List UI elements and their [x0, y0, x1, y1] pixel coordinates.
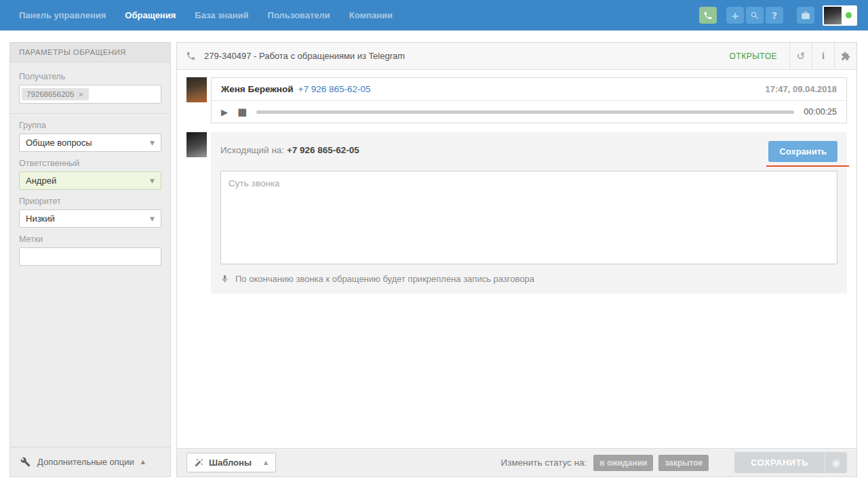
- chevron-down-icon: ▼: [150, 216, 155, 222]
- info-button[interactable]: i: [812, 43, 834, 69]
- nav-item-dashboard[interactable]: Панель управления: [11, 0, 114, 30]
- microphone-icon: [220, 274, 229, 284]
- recipient-tag-value: 79268656205: [26, 90, 74, 98]
- ticket-title: 279-340497 - Работа с обращениями из Tel…: [204, 51, 405, 61]
- agent-avatar: [186, 132, 207, 157]
- recipient-tag: 79268656205 ✕: [22, 88, 89, 100]
- topnav-actions: + ?: [699, 5, 857, 26]
- search-button[interactable]: [746, 7, 764, 24]
- play-button[interactable]: ▶: [221, 107, 228, 117]
- user-profile-chip[interactable]: [823, 5, 857, 26]
- recording-note-text: По окончанию звонка к обращению будет пр…: [235, 274, 534, 284]
- status-closed-button[interactable]: закрытое: [658, 455, 709, 471]
- status-actions: Изменить статус на: в ожидании закрытое …: [501, 452, 847, 473]
- save-ticket-button[interactable]: СОХРАНИТЬ: [734, 452, 825, 473]
- assignee-select[interactable]: Андрей ▼: [19, 171, 161, 190]
- nav-item-knowledge-base[interactable]: База знаний: [186, 0, 256, 30]
- tags-label: Метки: [19, 235, 161, 244]
- top-navigation: Панель управления Обращения База знаний …: [0, 0, 868, 30]
- group-select-value: Общие вопросы: [26, 138, 150, 148]
- group-select[interactable]: Общие вопросы ▼: [19, 134, 161, 152]
- call-note-textarea[interactable]: [220, 171, 837, 264]
- save-button-group: СОХРАНИТЬ ◉: [734, 452, 847, 473]
- customer-avatar: [186, 77, 207, 102]
- call-card: Женя Бережной +7 926 865-62-05 17:47, 09…: [211, 77, 847, 123]
- user-avatar: [824, 7, 842, 24]
- outgoing-call-box: Исходящий на: +7 926 865-62-05 Сохранить…: [211, 132, 847, 293]
- main-menu: Панель управления Обращения База знаний …: [11, 0, 401, 30]
- priority-label: Приоритет: [19, 197, 161, 206]
- history-icon: ↺: [797, 50, 806, 62]
- recording-note: По окончанию звонка к обращению будет пр…: [220, 274, 837, 284]
- plus-icon: +: [731, 10, 739, 21]
- priority-select-value: Низкий: [26, 214, 150, 224]
- outgoing-direction-line: Исходящий на: +7 926 865-62-05: [220, 141, 359, 155]
- audio-duration: 00:00:25: [804, 107, 837, 117]
- tags-input[interactable]: [19, 247, 161, 266]
- nav-item-cases[interactable]: Обращения: [117, 0, 184, 30]
- record-call-button[interactable]: ◉: [825, 452, 847, 473]
- ticket-parameters-panel: ПАРАМЕТРЫ ОБРАЩЕНИЯ Получатель 792686562…: [9, 42, 171, 477]
- additional-options-label: Дополнительные опции: [37, 457, 134, 467]
- chevron-down-icon: ▼: [150, 178, 155, 184]
- assignee-label: Ответственный: [19, 159, 161, 168]
- message-timestamp: 17:47, 09.04.2018: [765, 84, 837, 94]
- history-button[interactable]: ↺: [789, 43, 812, 69]
- online-status-dot: [846, 12, 852, 18]
- nav-item-users[interactable]: Пользователи: [260, 0, 338, 30]
- briefcase-icon: [801, 11, 810, 20]
- collapse-icon: ▲: [264, 460, 268, 466]
- group-label: Группа: [19, 121, 161, 130]
- outgoing-header: Исходящий на: +7 926 865-62-05 Сохранить: [220, 141, 837, 162]
- message-thread: Женя Бережной +7 926 865-62-05 17:47, 09…: [177, 70, 856, 448]
- section-divider: [10, 113, 170, 114]
- outgoing-phone: +7 926 865-62-05: [287, 145, 359, 155]
- magic-wand-icon: [195, 458, 203, 467]
- save-note-wrap: Сохранить: [768, 141, 837, 162]
- change-status-label: Изменить статус на:: [501, 458, 587, 468]
- ticket-header: 279-340497 - Работа с обращениями из Tel…: [177, 43, 856, 70]
- panel-title: ПАРАМЕТРЫ ОБРАЩЕНИЯ: [10, 43, 170, 62]
- call-message: Женя Бережной +7 926 865-62-05 17:47, 09…: [186, 77, 847, 123]
- save-note-button[interactable]: Сохранить: [768, 141, 837, 162]
- nav-item-companies[interactable]: Компании: [341, 0, 401, 30]
- mailboxes-button[interactable]: [797, 7, 814, 24]
- puzzle-icon: [841, 52, 850, 61]
- phone-icon: [186, 51, 196, 61]
- collapse-icon: ▲: [141, 459, 145, 465]
- author-name: Женя Бережной: [221, 84, 294, 94]
- info-icon: i: [822, 51, 825, 62]
- help-button[interactable]: ?: [766, 7, 783, 24]
- search-icon: [750, 11, 760, 20]
- call-card-header: Женя Бережной +7 926 865-62-05 17:47, 09…: [212, 78, 846, 101]
- priority-select[interactable]: Низкий ▼: [19, 209, 161, 228]
- audio-player: ▶ ■ 00:00:25: [212, 101, 846, 123]
- recipient-label: Получатель: [19, 72, 161, 81]
- remove-tag-icon[interactable]: ✕: [78, 91, 83, 98]
- save-underline: [766, 165, 849, 167]
- question-icon: ?: [772, 10, 777, 21]
- phone-icon: [703, 11, 713, 20]
- composer-footer: Шаблоны ▲ Изменить статус на: в ожидании…: [177, 448, 856, 476]
- status-pending-button[interactable]: в ожидании: [593, 455, 653, 471]
- parameters-form: Получатель 79268656205 ✕ Группа Общие во…: [10, 62, 170, 447]
- phone-call-button[interactable]: [699, 7, 717, 24]
- chevron-down-icon: ▼: [150, 140, 155, 146]
- assignee-select-value: Андрей: [26, 176, 150, 186]
- ticket-header-actions: ОТКРЫТОЕ ↺ i: [717, 43, 856, 69]
- audio-progress-bar[interactable]: [256, 110, 794, 114]
- templates-button[interactable]: Шаблоны ▲: [186, 453, 276, 472]
- merge-button[interactable]: [834, 43, 856, 69]
- direction-label: Исходящий на:: [220, 145, 284, 155]
- topnav-button-group: + ?: [726, 7, 783, 24]
- additional-options-toggle[interactable]: Дополнительные опции ▲: [10, 447, 170, 476]
- outgoing-message: Исходящий на: +7 926 865-62-05 Сохранить…: [186, 132, 847, 293]
- stop-button[interactable]: ■: [237, 106, 247, 118]
- author-phone-link[interactable]: +7 926 865-62-05: [298, 84, 371, 94]
- ticket-status-badge[interactable]: ОТКРЫТОЕ: [717, 43, 789, 69]
- add-case-button[interactable]: +: [726, 7, 744, 24]
- recipient-input[interactable]: 79268656205 ✕: [19, 85, 161, 104]
- ticket-panel: 279-340497 - Работа с обращениями из Tel…: [176, 42, 857, 477]
- wrench-icon: [20, 457, 31, 467]
- templates-label: Шаблоны: [209, 458, 252, 468]
